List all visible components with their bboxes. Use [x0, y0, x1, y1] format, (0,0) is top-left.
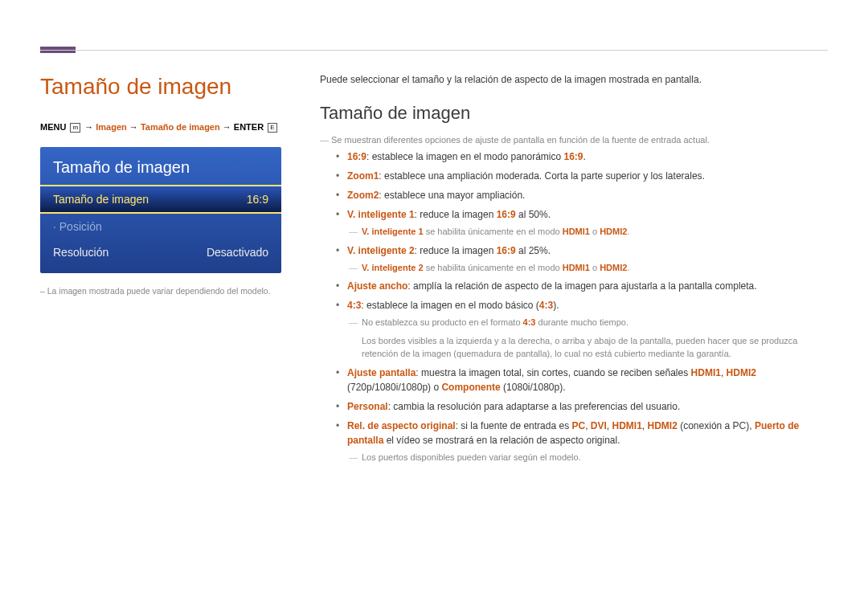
list-item: Ajuste pantalla: muestra la imagen total…	[347, 366, 828, 394]
list-item: Rel. de aspecto original: si la fuente d…	[347, 419, 828, 464]
list-item: Personal: cambia la resolución para adap…	[347, 399, 828, 414]
sub-note: V. inteligente 1 se habilita únicamente …	[362, 225, 828, 239]
sub-paragraph: Los bordes visibles a la izquierda y a l…	[362, 334, 828, 361]
osd-value: 16:9	[247, 193, 268, 206]
list-item: 16:9: establece la imagen en el modo pan…	[347, 149, 828, 164]
list-item: Zoom1: establece una ampliación moderada…	[347, 169, 828, 183]
arrow-icon: →	[129, 122, 138, 132]
osd-row-selected[interactable]: Tamaño de imagen 16:9	[40, 185, 281, 214]
section-title: Tamaño de imagen	[320, 103, 828, 124]
top-rule	[40, 50, 828, 51]
sub-note: Los puertos disponibles pueden variar se…	[362, 451, 828, 464]
osd-row-posicion[interactable]: Posición	[40, 214, 281, 239]
arrow-icon: →	[223, 122, 231, 132]
osd-value: Desactivado	[207, 246, 268, 259]
enter-icon: E	[268, 123, 276, 133]
sub-note: V. inteligente 2 se habilita únicamente …	[362, 261, 828, 275]
page-title: Tamaño de imagen	[40, 74, 281, 100]
list-item: Ajuste ancho: amplía la relación de aspe…	[347, 279, 828, 293]
image-caption: La imagen mostrada puede variar dependie…	[40, 286, 281, 296]
arrow-icon: →	[84, 122, 93, 132]
osd-label: Resolución	[53, 246, 108, 259]
options-list: 16:9: establece la imagen en el modo pan…	[347, 149, 828, 464]
osd-label: Posición	[53, 220, 102, 233]
breadcrumb-enter: ENTER	[234, 122, 264, 132]
osd-row-resolucion[interactable]: Resolución Desactivado	[40, 239, 281, 265]
breadcrumb: MENU m → Imagen → Tamaño de imagen → ENT…	[40, 122, 281, 133]
list-item: 4:3: establece la imagen en el modo bási…	[347, 298, 828, 361]
breadcrumb-imagen: Imagen	[96, 122, 127, 132]
intro-text: Puede seleccionar el tamaño y la relació…	[320, 74, 828, 85]
menu-icon: m	[70, 123, 80, 133]
list-item: Zoom2: establece una mayor ampliación.	[347, 188, 828, 202]
list-item: V. inteligente 1: reduce la imagen 16:9 …	[347, 207, 828, 239]
breadcrumb-tamano: Tamaño de imagen	[141, 122, 220, 132]
sub-note: No establezca su producto en el formato …	[362, 316, 828, 329]
osd-panel: Tamaño de imagen Tamaño de imagen 16:9 P…	[40, 147, 281, 273]
breadcrumb-menu: MENU	[40, 122, 66, 132]
osd-title: Tamaño de imagen	[40, 158, 281, 185]
section-note: Se muestran diferentes opciones de ajust…	[331, 135, 828, 145]
osd-label: Tamaño de imagen	[53, 193, 149, 206]
list-item: V. inteligente 2: reduce la imagen 16:9 …	[347, 243, 828, 275]
